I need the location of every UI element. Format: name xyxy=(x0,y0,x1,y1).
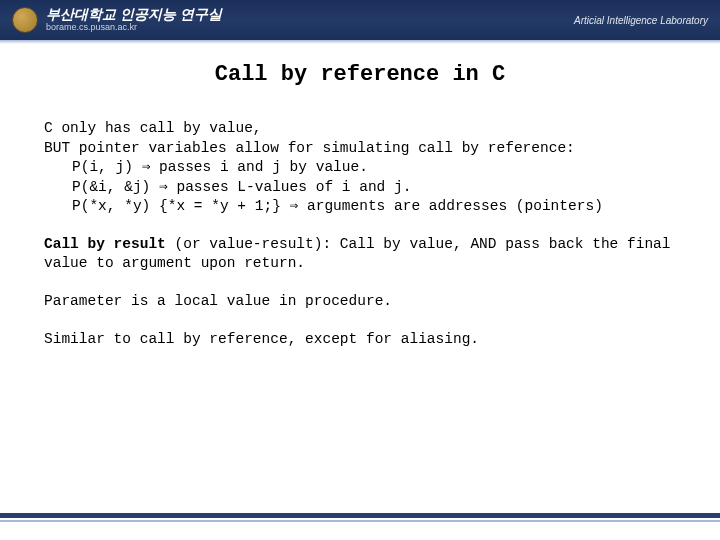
slide-body: C only has call by value, BUT pointer va… xyxy=(44,119,676,349)
paragraph-2: Call by result (or value-result): Call b… xyxy=(44,235,676,274)
p2-bold: Call by result xyxy=(44,236,166,252)
paragraph-3: Parameter is a local value in procedure. xyxy=(44,292,676,312)
header-text-block: 부산대학교 인공지능 연구실 borame.cs.pusan.ac.kr xyxy=(46,7,222,32)
p1-code1: P(i, j) ⇒ passes i and j by value. xyxy=(44,158,676,178)
footer-divider xyxy=(0,513,720,522)
footer-line-thick xyxy=(0,513,720,518)
p1-code2: P(&i, &j) ⇒ passes L-values of i and j. xyxy=(44,178,676,198)
university-logo-icon xyxy=(12,7,38,33)
header-left: 부산대학교 인공지능 연구실 borame.cs.pusan.ac.kr xyxy=(12,7,222,33)
header-url: borame.cs.pusan.ac.kr xyxy=(46,23,222,33)
p1-line1: C only has call by value, xyxy=(44,119,676,139)
slide-content: Call by reference in C C only has call b… xyxy=(0,44,720,349)
header-korean-title: 부산대학교 인공지능 연구실 xyxy=(46,7,222,22)
footer-line-thin xyxy=(0,520,720,522)
paragraph-1: C only has call by value, BUT pointer va… xyxy=(44,119,676,217)
slide-header: 부산대학교 인공지능 연구실 borame.cs.pusan.ac.kr Art… xyxy=(0,0,720,40)
slide-title: Call by reference in C xyxy=(44,62,676,87)
paragraph-4: Similar to call by reference, except for… xyxy=(44,330,676,350)
p1-line2: BUT pointer variables allow for simulati… xyxy=(44,139,676,159)
header-lab-name: Articial Intelligence Laboratory xyxy=(574,15,708,26)
p1-code3: P(*x, *y) {*x = *y + 1;} ⇒ arguments are… xyxy=(44,197,676,217)
